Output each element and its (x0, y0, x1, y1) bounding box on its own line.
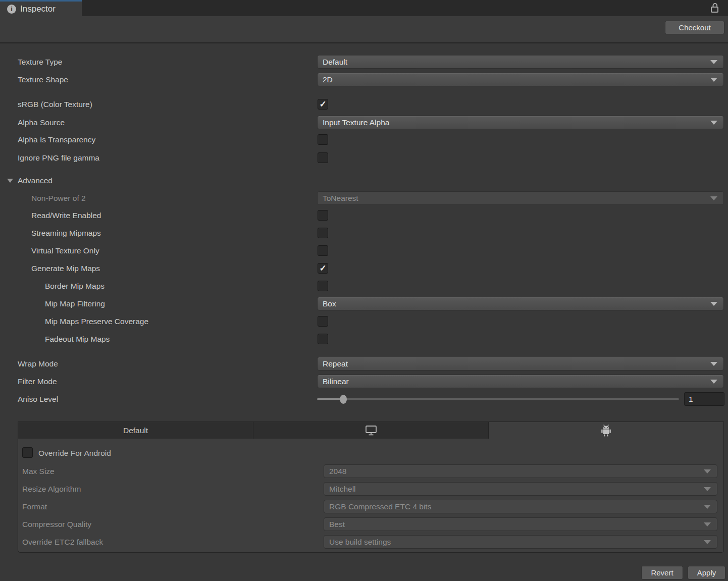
row-advanced-foldout: Advanced (0, 174, 728, 187)
chevron-down-icon (704, 540, 711, 544)
texture-shape-dropdown[interactable]: 2D (317, 73, 724, 86)
chevron-down-icon (710, 380, 717, 384)
row-border-mip-maps: Border Mip Maps (0, 279, 728, 293)
row-aniso-level: Aniso Level 1 (0, 392, 728, 406)
etc2-fallback-label: Override ETC2 fallback (22, 535, 103, 549)
row-generate-mip-maps: Generate Mip Maps ✓ (0, 261, 728, 275)
filter-mode-dropdown[interactable]: Bilinear (317, 375, 724, 388)
row-streaming-mipmaps: Streaming Mipmaps (0, 226, 728, 240)
max-size-label: Max Size (22, 464, 55, 478)
mip-maps-preserve-coverage-checkbox[interactable] (318, 316, 328, 327)
max-size-dropdown: 2048 (324, 464, 717, 478)
row-srgb: sRGB (Color Texture) ✓ (0, 97, 728, 111)
chevron-down-icon (704, 487, 711, 491)
monitor-icon (365, 425, 378, 436)
chevron-down-icon (704, 505, 711, 509)
tab-bar: i Inspector (0, 0, 728, 16)
etc2-fallback-dropdown: Use build settings (324, 535, 717, 549)
platform-tab-bar: Default (18, 422, 723, 439)
override-android-label: Override For Android (38, 446, 111, 460)
border-mip-maps-checkbox[interactable] (318, 281, 328, 291)
resize-algorithm-dropdown: Mitchell (324, 482, 717, 496)
row-texture-shape: Texture Shape 2D (0, 73, 728, 86)
aniso-slider[interactable] (317, 392, 679, 406)
ignore-png-gamma-checkbox[interactable] (318, 152, 328, 163)
alpha-is-transparency-label: Alpha Is Transparency (18, 133, 95, 146)
row-alpha-source: Alpha Source Input Texture Alpha (0, 116, 728, 129)
chevron-down-icon (710, 362, 717, 366)
format-label: Format (22, 500, 47, 513)
platform-tab-default[interactable]: Default (18, 422, 253, 439)
aniso-value-field[interactable]: 1 (684, 392, 724, 406)
revert-button[interactable]: Revert (641, 566, 683, 579)
alpha-source-label: Alpha Source (18, 116, 65, 129)
chevron-down-icon (710, 121, 717, 125)
generate-mip-maps-checkbox[interactable]: ✓ (318, 263, 328, 274)
override-android-checkbox[interactable] (22, 447, 33, 458)
checkout-button[interactable]: Checkout (665, 21, 724, 34)
compressor-quality-dropdown: Best (324, 517, 717, 531)
read-write-checkbox[interactable] (318, 210, 328, 221)
resize-algorithm-label: Resize Algorithm (22, 482, 81, 496)
generate-mip-maps-label: Generate Mip Maps (31, 261, 100, 275)
row-texture-type: Texture Type Default (0, 55, 728, 69)
row-read-write: Read/Write Enabled (0, 208, 728, 222)
row-resize-algorithm: Resize Algorithm Mitchell (18, 482, 723, 496)
tab-inspector[interactable]: i Inspector (0, 0, 82, 16)
texture-type-label: Texture Type (18, 55, 62, 69)
mip-map-filtering-label: Mip Map Filtering (45, 297, 105, 310)
mip-maps-preserve-coverage-label: Mip Maps Preserve Coverage (45, 314, 148, 328)
row-override-android: Override For Android (18, 446, 723, 460)
ignore-png-gamma-label: Ignore PNG file gamma (18, 151, 99, 165)
srgb-checkbox[interactable]: ✓ (318, 99, 328, 110)
alpha-is-transparency-checkbox[interactable] (318, 134, 328, 145)
toolbar: Checkout (0, 16, 728, 43)
android-icon (600, 424, 612, 437)
inspector-body: Texture Type Default Texture Shape 2D sR… (0, 43, 728, 581)
slider-track-filled (317, 398, 342, 400)
format-dropdown: RGB Compressed ETC 4 bits (324, 500, 717, 513)
filter-mode-label: Filter Mode (18, 375, 57, 388)
chevron-down-icon (710, 60, 717, 64)
apply-button[interactable]: Apply (688, 566, 725, 579)
chevron-down-icon (704, 522, 711, 526)
chevron-down-icon (710, 196, 717, 200)
row-mip-map-filtering: Mip Map Filtering Box (0, 297, 728, 310)
chevron-down-icon (704, 469, 711, 473)
advanced-foldout[interactable]: Advanced (18, 174, 53, 187)
alpha-source-dropdown[interactable]: Input Texture Alpha (317, 116, 724, 129)
row-etc2-fallback: Override ETC2 fallback Use build setting… (18, 535, 723, 549)
chevron-down-icon (710, 78, 717, 82)
read-write-label: Read/Write Enabled (31, 208, 101, 222)
non-power-of-2-dropdown: ToNearest (317, 191, 724, 205)
row-alpha-is-transparency: Alpha Is Transparency (0, 133, 728, 146)
slider-handle[interactable] (340, 395, 347, 404)
virtual-texture-only-label: Virtual Texture Only (31, 244, 99, 257)
checkmark-icon: ✓ (319, 100, 326, 109)
mip-map-filtering-dropdown[interactable]: Box (317, 297, 724, 310)
wrap-mode-dropdown[interactable]: Repeat (317, 357, 724, 371)
virtual-texture-only-checkbox[interactable] (318, 245, 328, 256)
tab-inspector-label: Inspector (20, 4, 56, 14)
fadeout-mip-maps-label: Fadeout Mip Maps (45, 332, 110, 346)
texture-type-dropdown[interactable]: Default (317, 55, 724, 69)
row-compressor-quality: Compressor Quality Best (18, 517, 723, 531)
texture-shape-label: Texture Shape (18, 73, 68, 86)
fadeout-mip-maps-checkbox[interactable] (318, 334, 328, 344)
chevron-down-icon (710, 302, 717, 306)
checkmark-icon: ✓ (319, 264, 326, 273)
streaming-mipmaps-checkbox[interactable] (318, 228, 328, 238)
platform-tab-standalone[interactable] (253, 422, 489, 439)
srgb-label: sRGB (Color Texture) (18, 97, 92, 111)
aniso-level-label: Aniso Level (18, 392, 58, 406)
streaming-mipmaps-label: Streaming Mipmaps (31, 226, 101, 240)
platform-tab-android[interactable] (489, 422, 723, 439)
border-mip-maps-label: Border Mip Maps (45, 279, 105, 293)
unlock-icon[interactable] (709, 2, 721, 14)
non-power-of-2-label: Non-Power of 2 (31, 191, 86, 205)
row-fadeout-mip-maps: Fadeout Mip Maps (0, 332, 728, 346)
row-ignore-png-gamma: Ignore PNG file gamma (0, 151, 728, 165)
wrap-mode-label: Wrap Mode (18, 357, 58, 371)
foldout-triangle-icon (7, 179, 13, 183)
row-wrap-mode: Wrap Mode Repeat (0, 357, 728, 371)
